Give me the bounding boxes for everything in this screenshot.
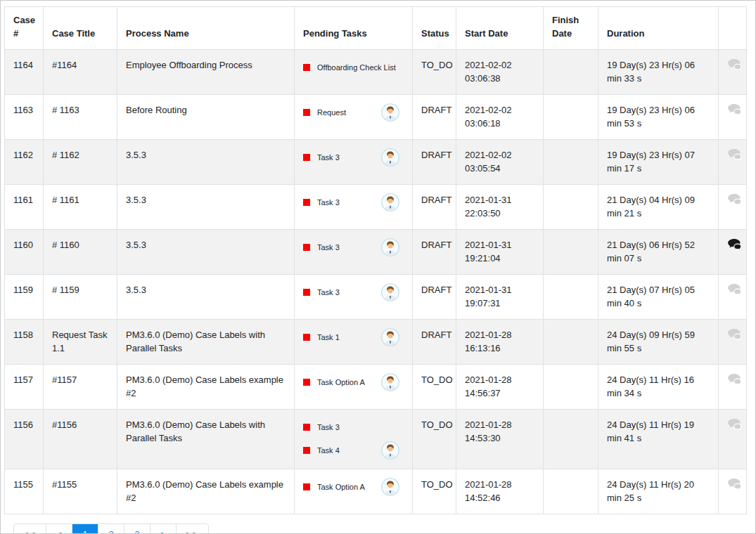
next-page-button[interactable]: > [150, 524, 176, 534]
page-1-button[interactable]: 1 [72, 524, 98, 534]
red-square-icon [303, 379, 310, 386]
status-cell: TO_DO [413, 364, 456, 409]
chat-bubbles-icon[interactable] [727, 193, 742, 209]
status-cell: DRAFT [413, 319, 456, 364]
case-number-cell: 1160 [5, 229, 44, 274]
chat-bubbles-icon[interactable] [727, 283, 742, 299]
first-page-button[interactable]: << [14, 524, 46, 534]
duration-cell: 19 Day(s) 23 Hr(s) 06 min 53 s [598, 94, 719, 139]
column-header-status[interactable]: Status [413, 7, 456, 50]
task-label: Task 3 [317, 197, 340, 207]
pending-tasks-cell: Offboarding Check List [295, 49, 413, 94]
case-notes-cell [719, 274, 747, 319]
finish-date-cell [544, 469, 598, 514]
chat-bubbles-icon[interactable] [727, 103, 742, 119]
case-row-1156[interactable]: 1156#1156PM3.6.0 (Demo) Case Labels with… [5, 409, 747, 469]
column-header-duration[interactable]: Duration [598, 7, 719, 50]
pending-task-item: Task Option A [303, 478, 405, 497]
case-row-1158[interactable]: 1158Request Task 1.1PM3.6.0 (Demo) Case … [5, 319, 747, 364]
duration-cell: 24 Day(s) 11 Hr(s) 20 min 25 s [598, 469, 719, 514]
column-header-start_date[interactable]: Start Date [456, 7, 544, 50]
duration-cell: 19 Day(s) 23 Hr(s) 06 min 33 s [598, 49, 719, 94]
case-row-1164[interactable]: 1164#1164Employee Offboarding ProcessOff… [5, 49, 747, 94]
case-number-cell: 1157 [5, 364, 44, 409]
duration-cell: 21 Day(s) 04 Hr(s) 09 min 21 s [598, 184, 719, 229]
pending-task-item: Task 4 [303, 441, 405, 460]
case-title-cell: Request Task 1.1 [44, 319, 117, 364]
pending-task-item: Task 3 [303, 193, 405, 212]
duration-cell: 24 Day(s) 11 Hr(s) 19 min 41 s [598, 409, 719, 469]
case-title-cell: # 1159 [44, 274, 117, 319]
chat-bubbles-icon[interactable] [727, 328, 742, 344]
task-label: Task 3 [317, 287, 340, 297]
case-number-cell: 1162 [5, 139, 44, 184]
red-square-icon [303, 424, 310, 431]
case-row-1159[interactable]: 1159# 11593.5.3Task 3DRAFT2021-01-31 19:… [5, 274, 747, 319]
finish-date-cell [544, 364, 598, 409]
chat-bubbles-icon[interactable] [727, 418, 742, 434]
task-label: Task Option A [317, 482, 365, 492]
chat-bubbles-icon[interactable] [727, 148, 742, 164]
pending-task-item: Task 3 [303, 238, 405, 257]
pending-tasks-cell: Task 3Task 4 [295, 409, 413, 469]
task-label: Task 4 [317, 445, 340, 455]
finish-date-cell [544, 139, 598, 184]
start-date-cell: 2021-01-31 19:07:31 [456, 274, 544, 319]
column-header-pending_tasks[interactable]: Pending Tasks [295, 7, 413, 50]
case-notes-cell [719, 229, 747, 274]
case-row-1160[interactable]: 1160# 11603.5.3Task 3DRAFT2021-01-31 19:… [5, 229, 747, 274]
chat-bubbles-icon[interactable] [727, 478, 742, 494]
user-avatar-icon [381, 103, 402, 122]
case-row-1162[interactable]: 1162# 11623.5.3Task 3DRAFT2021-02-02 03:… [5, 139, 747, 184]
red-square-icon [303, 154, 310, 161]
case-notes-cell [719, 364, 747, 409]
finish-date-cell [544, 319, 598, 364]
page-2-button[interactable]: 2 [98, 524, 124, 534]
page-3-button[interactable]: 3 [124, 524, 150, 534]
start-date-cell: 2021-01-31 22:03:50 [456, 184, 544, 229]
column-header-process_name[interactable]: Process Name [117, 7, 295, 50]
column-header-case_number[interactable]: Case # [5, 7, 44, 50]
red-square-icon [303, 334, 310, 341]
duration-cell: 21 Day(s) 06 Hr(s) 52 min 07 s [598, 229, 719, 274]
case-row-1157[interactable]: 1157#1157PM3.6.0 (Demo) Case Labels exam… [5, 364, 747, 409]
status-cell: TO_DO [413, 49, 456, 94]
column-header-finish_date[interactable]: Finish Date [544, 7, 598, 50]
user-avatar-icon [381, 478, 402, 496]
red-square-icon [303, 109, 310, 116]
status-cell: DRAFT [413, 94, 456, 139]
case-row-1161[interactable]: 1161# 11613.5.3Task 3DRAFT2021-01-31 22:… [5, 184, 747, 229]
chat-bubbles-icon[interactable] [727, 58, 742, 74]
case-notes-cell [719, 184, 747, 229]
case-row-1155[interactable]: 1155#1155PM3.6.0 (Demo) Case Labels exam… [5, 469, 747, 514]
pending-tasks-cell: Task Option A [295, 469, 413, 514]
start-date-cell: 2021-02-02 03:06:38 [456, 49, 544, 94]
case-title-cell: # 1163 [44, 94, 117, 139]
status-cell: DRAFT [413, 229, 456, 274]
chat-bubbles-icon[interactable] [727, 373, 742, 389]
chat-bubbles-icon[interactable] [727, 238, 742, 254]
column-header-case_title[interactable]: Case Title [44, 7, 117, 50]
pending-tasks-cell: Task 1 [295, 319, 413, 364]
case-notes-cell [719, 469, 747, 514]
pending-tasks-cell: Task Option A [295, 364, 413, 409]
case-number-cell: 1155 [5, 469, 44, 514]
start-date-cell: 2021-02-02 03:06:18 [456, 94, 544, 139]
start-date-cell: 2021-01-28 14:53:30 [456, 409, 544, 469]
case-title-cell: #1155 [44, 469, 117, 514]
prev-page-button[interactable]: < [46, 524, 72, 534]
start-date-cell: 2021-01-31 19:21:04 [456, 229, 544, 274]
case-title-cell: #1164 [44, 49, 117, 94]
start-date-cell: 2021-01-28 14:52:46 [456, 469, 544, 514]
last-page-button[interactable]: >> [176, 524, 208, 534]
table-body: 1164#1164Employee Offboarding ProcessOff… [5, 49, 747, 514]
pending-tasks-cell: Task 3 [295, 274, 413, 319]
red-square-icon [303, 199, 310, 206]
case-title-cell: # 1161 [44, 184, 117, 229]
pending-task-item: Task 1 [303, 328, 405, 347]
start-date-cell: 2021-02-02 03:05:54 [456, 139, 544, 184]
case-row-1163[interactable]: 1163# 1163Before RoutingRequestDRAFT2021… [5, 94, 747, 139]
column-header-notes [719, 7, 747, 50]
pending-task-item: Task 3 [303, 283, 405, 302]
finish-date-cell [544, 409, 598, 469]
